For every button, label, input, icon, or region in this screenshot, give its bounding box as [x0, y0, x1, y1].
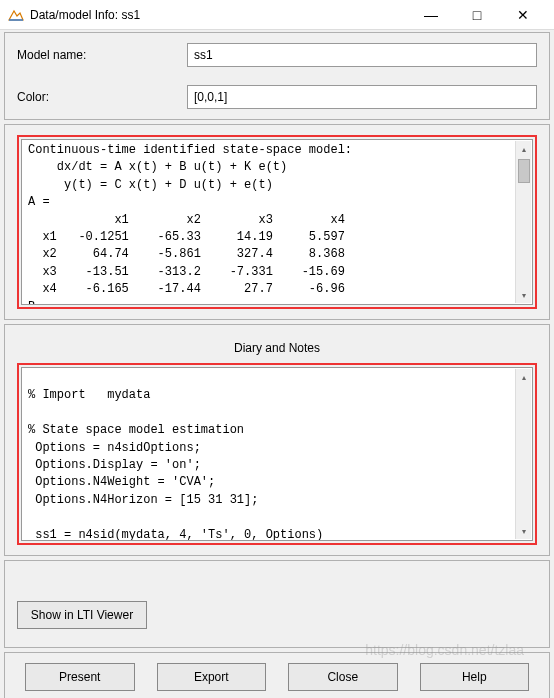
scroll-thumb[interactable]	[518, 159, 530, 183]
maximize-button[interactable]: □	[454, 0, 500, 30]
show-lti-viewer-button[interactable]: Show in LTI Viewer	[17, 601, 147, 629]
minimize-button[interactable]: —	[408, 0, 454, 30]
model-info-text[interactable]: Continuous-time identified state-space m…	[22, 140, 532, 304]
titlebar: Data/model Info: ss1 — □ ✕	[0, 0, 554, 30]
color-label: Color:	[17, 90, 187, 104]
scroll-up-icon[interactable]: ▴	[516, 369, 531, 385]
scroll-up-icon[interactable]: ▴	[516, 141, 531, 157]
window-controls: — □ ✕	[408, 0, 546, 30]
diary-panel: Diary and Notes % Import mydata % State …	[4, 324, 550, 556]
export-button[interactable]: Export	[157, 663, 267, 691]
help-button[interactable]: Help	[420, 663, 530, 691]
diary-heading: Diary and Notes	[17, 335, 537, 363]
diary-text[interactable]: % Import mydata % State space model esti…	[22, 368, 532, 540]
present-button[interactable]: Present	[25, 663, 135, 691]
model-name-input[interactable]	[187, 43, 537, 67]
window-title: Data/model Info: ss1	[30, 8, 408, 22]
model-name-label: Model name:	[17, 48, 187, 62]
highlight-box-model: Continuous-time identified state-space m…	[17, 135, 537, 309]
scroll-down-icon[interactable]: ▾	[516, 287, 531, 303]
lti-panel: Show in LTI Viewer	[4, 560, 550, 648]
scrollbar[interactable]: ▴ ▾	[515, 369, 531, 539]
close-button[interactable]: Close	[288, 663, 398, 691]
scrollbar[interactable]: ▴ ▾	[515, 141, 531, 303]
model-properties-panel: Model name: Color:	[4, 32, 550, 120]
close-window-button[interactable]: ✕	[500, 0, 546, 30]
scroll-down-icon[interactable]: ▾	[516, 523, 531, 539]
model-info-panel: Continuous-time identified state-space m…	[4, 124, 550, 320]
highlight-box-diary: % Import mydata % State space model esti…	[17, 363, 537, 545]
bottom-button-panel: Present Export Close Help	[4, 652, 550, 698]
app-icon	[8, 7, 24, 23]
color-input[interactable]	[187, 85, 537, 109]
